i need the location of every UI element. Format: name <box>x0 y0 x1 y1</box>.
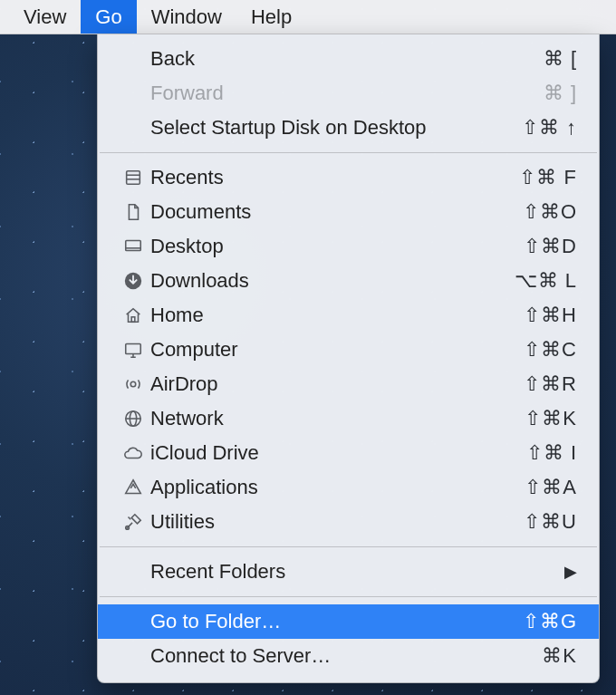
go-menu-dropdown: Back ⌘ [ Forward ⌘ ] Select Startup Disk… <box>97 34 600 683</box>
menu-connect-server-shortcut: ⌘K <box>496 644 577 668</box>
applications-icon <box>123 478 150 497</box>
menu-startup-disk[interactable]: Select Startup Disk on Desktop ⇧⌘ ↑ <box>98 111 599 145</box>
computer-icon <box>123 340 150 360</box>
menu-utilities-shortcut: ⇧⌘U <box>496 510 577 534</box>
svg-rect-3 <box>126 241 141 251</box>
menu-network-shortcut: ⇧⌘K <box>496 407 577 430</box>
menu-icloud-label: iCloud Drive <box>150 441 496 465</box>
svg-rect-0 <box>127 171 140 185</box>
airdrop-icon <box>123 374 150 394</box>
menu-go-to-folder-label: Go to Folder… <box>150 610 496 633</box>
desktop-icon <box>123 236 150 256</box>
svg-rect-7 <box>126 344 141 354</box>
menu-applications-shortcut: ⇧⌘A <box>496 476 577 499</box>
menu-network[interactable]: Network ⇧⌘K <box>98 401 599 436</box>
menu-recent-folders[interactable]: Recent Folders ▶ <box>98 555 599 589</box>
menu-computer-label: Computer <box>150 338 496 362</box>
document-icon <box>123 202 150 222</box>
menu-computer[interactable]: Computer ⇧⌘C <box>98 333 599 367</box>
menu-back-label: Back <box>150 47 496 71</box>
menu-separator <box>100 152 597 153</box>
menu-network-label: Network <box>150 407 496 430</box>
menu-desktop-label: Desktop <box>150 235 496 258</box>
menu-recents[interactable]: Recents ⇧⌘ F <box>98 160 599 195</box>
menu-back[interactable]: Back ⌘ [ <box>98 42 599 76</box>
menubar: View Go Window Help <box>0 0 616 34</box>
menu-startup-disk-label: Select Startup Disk on Desktop <box>150 116 496 140</box>
menu-downloads-label: Downloads <box>150 269 496 293</box>
menu-airdrop[interactable]: AirDrop ⇧⌘R <box>98 367 599 401</box>
menu-startup-disk-shortcut: ⇧⌘ ↑ <box>496 116 577 140</box>
menu-connect-server-label: Connect to Server… <box>150 644 496 668</box>
menubar-help[interactable]: Help <box>236 0 306 34</box>
menu-forward: Forward ⌘ ] <box>98 76 599 111</box>
menu-utilities-label: Utilities <box>150 510 496 534</box>
menu-downloads-shortcut: ⌥⌘ L <box>496 269 577 293</box>
svg-rect-6 <box>131 317 135 323</box>
menu-separator <box>100 596 597 597</box>
menu-downloads[interactable]: Downloads ⌥⌘ L <box>98 264 599 298</box>
menu-computer-shortcut: ⇧⌘C <box>496 338 577 362</box>
menu-home[interactable]: Home ⇧⌘H <box>98 298 599 333</box>
menu-documents-shortcut: ⇧⌘O <box>496 200 577 224</box>
menu-forward-label: Forward <box>150 82 496 105</box>
menubar-go[interactable]: Go <box>81 0 136 34</box>
network-icon <box>123 409 150 429</box>
recents-icon <box>123 168 150 188</box>
menu-icloud[interactable]: iCloud Drive ⇧⌘ I <box>98 436 599 470</box>
home-icon <box>123 305 150 325</box>
menu-documents-label: Documents <box>150 200 496 224</box>
menu-back-shortcut: ⌘ [ <box>496 47 577 71</box>
menu-home-label: Home <box>150 304 496 327</box>
menu-utilities[interactable]: Utilities ⇧⌘U <box>98 505 599 539</box>
menu-recents-label: Recents <box>150 166 496 189</box>
menu-airdrop-label: AirDrop <box>150 372 496 396</box>
utilities-icon <box>123 512 150 532</box>
menu-documents[interactable]: Documents ⇧⌘O <box>98 195 599 229</box>
menu-separator <box>100 546 597 547</box>
menu-airdrop-shortcut: ⇧⌘R <box>496 372 577 396</box>
menubar-window[interactable]: Window <box>137 0 236 34</box>
menu-home-shortcut: ⇧⌘H <box>496 304 577 327</box>
menu-desktop-shortcut: ⇧⌘D <box>496 235 577 258</box>
menu-go-to-folder[interactable]: Go to Folder… ⇧⌘G <box>98 604 599 639</box>
menu-forward-shortcut: ⌘ ] <box>496 82 577 105</box>
menu-connect-server[interactable]: Connect to Server… ⌘K <box>98 639 599 673</box>
menu-applications-label: Applications <box>150 476 496 499</box>
downloads-icon <box>123 271 150 291</box>
svg-point-10 <box>130 381 136 387</box>
menu-go-to-folder-shortcut: ⇧⌘G <box>496 610 577 633</box>
menu-recent-folders-label: Recent Folders <box>150 560 564 584</box>
menu-desktop[interactable]: Desktop ⇧⌘D <box>98 229 599 264</box>
icloud-icon <box>123 443 150 463</box>
submenu-arrow-icon: ▶ <box>564 562 577 582</box>
menu-recents-shortcut: ⇧⌘ F <box>496 166 577 189</box>
menu-applications[interactable]: Applications ⇧⌘A <box>98 470 599 505</box>
menu-icloud-shortcut: ⇧⌘ I <box>496 441 577 465</box>
menubar-view[interactable]: View <box>9 0 81 34</box>
